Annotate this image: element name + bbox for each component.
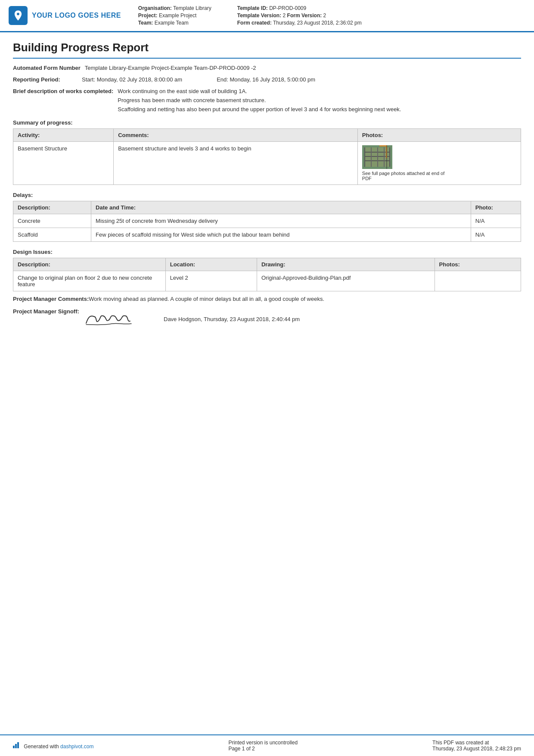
form-created-value: Thursday, 23 August 2018, 2:36:02 pm (273, 20, 362, 26)
design-issues-description-1: Change to original plan on floor 2 due t… (13, 271, 166, 291)
brief-desc-line-3: Scaffolding and netting has also been pu… (118, 106, 521, 112)
footer-generated-link[interactable]: dashpivot.com (60, 744, 93, 750)
delays-row-1: Concrete Missing 25t of concrete from We… (13, 214, 521, 228)
template-id-line: Template ID: DP-PROD-0009 (237, 5, 362, 11)
form-version-value: 2 (323, 12, 326, 19)
automated-form-number-label: Automated Form Number (13, 65, 85, 71)
pm-comments-value: Work moving ahead as planned. A couple o… (89, 296, 521, 302)
signature-svg (82, 308, 138, 330)
dashpivot-icon (13, 742, 21, 748)
signature-image (82, 308, 138, 330)
footer-bar-icon (13, 744, 22, 750)
footer: Generated with dashpivot.com Printed ver… (0, 734, 534, 756)
design-issues-table: Description: Location: Drawing: Photos: … (13, 258, 521, 291)
footer-printed: Printed version is uncontrolled Page 1 o… (228, 740, 298, 752)
form-created-line: Form created: Thursday, 23 August 2018, … (237, 20, 362, 26)
svg-rect-2 (364, 147, 365, 167)
footer-page-text: Page 1 of 2 (228, 746, 298, 752)
project-value: Example Project (159, 12, 196, 19)
org-label: Organisation: (138, 5, 172, 11)
svg-rect-13 (13, 746, 15, 748)
design-issues-section-header: Design Issues: (13, 249, 521, 255)
design-issues-drawing-1: Original-Approved-Building-Plan.pdf (257, 271, 435, 291)
pm-comments-label: Project Manager Comments: (13, 296, 89, 302)
design-issues-col-drawing: Drawing: (257, 258, 435, 271)
template-version-label: Template Version: (237, 12, 281, 19)
building-thumbnail (362, 145, 392, 169)
delays-col-datetime: Date and Time: (91, 201, 471, 214)
version-line: Template Version: 2 Form Version: 2 (237, 12, 362, 19)
pm-comments-row: Project Manager Comments: Work moving ah… (13, 296, 521, 302)
reporting-period-end: End: Monday, 16 July 2018, 5:00:00 pm (217, 76, 315, 83)
design-issues-location-1: Level 2 (165, 271, 257, 291)
reporting-period-row: Reporting Period: Start: Monday, 02 July… (13, 76, 521, 83)
summary-col-photos: Photos: (357, 129, 521, 142)
svg-rect-15 (17, 742, 19, 748)
form-created-label: Form created: (237, 20, 272, 26)
delays-photo-2: N/A (471, 228, 521, 242)
main-content: Building Progress Report Automated Form … (0, 32, 534, 537)
delays-table-header-row: Description: Date and Time: Photo: (13, 201, 521, 214)
brief-desc-line-2: Progress has been made with concrete bas… (118, 97, 521, 103)
footer-generated: Generated with dashpivot.com (13, 742, 93, 750)
reporting-period-value: Start: Monday, 02 July 2018, 8:00:00 am … (82, 76, 521, 83)
pm-signoff-name: Dave Hodgson, Thursday, 23 August 2018, … (164, 316, 300, 322)
svg-rect-9 (384, 147, 385, 167)
design-issues-col-photos: Photos: (435, 258, 521, 271)
pm-signoff-row: Project Manager Signoff: Dave Hodgson, T… (13, 308, 521, 330)
form-version-label: Form Version: (287, 12, 322, 19)
summary-activity-1: Basement Structure (13, 142, 114, 185)
pm-signoff-value: Dave Hodgson, Thursday, 23 August 2018, … (82, 308, 521, 330)
brief-desc-lines: Work continuing on the east side wall of… (118, 88, 521, 112)
template-id-label: Template ID: (237, 5, 268, 11)
delays-datetime-2: Few pieces of scaffold missing for West … (91, 228, 471, 242)
spacer (0, 537, 534, 735)
pm-section: Project Manager Comments: Work moving ah… (13, 296, 521, 330)
page-wrapper: YOUR LOGO GOES HERE Organisation: Templa… (0, 0, 534, 756)
summary-section-header: Summary of progress: (13, 119, 521, 126)
automated-form-number-row: Automated Form Number Template Library-E… (13, 65, 521, 71)
summary-table: Activity: Comments: Photos: Basement Str… (13, 128, 521, 185)
footer-created: This PDF was created at Thursday, 23 Aug… (432, 740, 521, 752)
org-value: Template Library (173, 5, 211, 11)
logo-svg (12, 9, 24, 22)
summary-col-activity: Activity: (13, 129, 114, 142)
design-issues-header-row: Description: Location: Drawing: Photos: (13, 258, 521, 271)
svg-rect-3 (389, 147, 390, 167)
footer-printed-text: Printed version is uncontrolled (228, 740, 298, 746)
team-value: Example Team (155, 20, 189, 26)
summary-comments-1: Basement structure and levels 3 and 4 wo… (114, 142, 358, 185)
summary-col-comments: Comments: (114, 129, 358, 142)
pm-signoff-label: Project Manager Signoff: (13, 308, 82, 315)
delays-row-2: Scaffold Few pieces of scaffold missing … (13, 228, 521, 242)
header: YOUR LOGO GOES HERE Organisation: Templa… (0, 0, 534, 32)
footer-created-text: This PDF was created at (432, 740, 521, 746)
org-line: Organisation: Template Library (138, 5, 211, 11)
automated-form-number-value: Template Library-Example Project-Example… (85, 65, 521, 71)
report-title: Building Progress Report (13, 41, 521, 59)
brief-desc-row: Brief description of works completed: Wo… (13, 88, 521, 112)
summary-photos-1: See full page photos attached at end of … (357, 142, 521, 185)
delays-section-header: Delays: (13, 192, 521, 198)
design-issues-photos-1 (435, 271, 521, 291)
brief-desc-line-1: Work continuing on the east side wall of… (118, 88, 521, 94)
header-meta: Organisation: Template Library Project: … (121, 5, 521, 26)
delays-col-description: Description: (13, 201, 91, 214)
svg-rect-14 (15, 744, 17, 748)
svg-rect-7 (371, 147, 372, 167)
photo-caption: See full page photos attached at end of … (362, 171, 448, 181)
design-issues-col-location: Location: (165, 258, 257, 271)
brief-desc-value: Work continuing on the east side wall of… (118, 88, 521, 112)
logo-icon (9, 6, 28, 25)
delays-col-photo: Photo: (471, 201, 521, 214)
svg-rect-11 (379, 145, 387, 147)
reporting-period-start: Start: Monday, 02 July 2018, 8:00:00 am (82, 76, 182, 83)
summary-table-header-row: Activity: Comments: Photos: (13, 129, 521, 142)
brief-desc-label: Brief description of works completed: (13, 88, 118, 94)
header-meta-right: Template ID: DP-PROD-0009 Template Versi… (237, 5, 362, 26)
footer-created-date: Thursday, 23 August 2018, 2:48:23 pm (432, 746, 521, 752)
photo-cell: See full page photos attached at end of … (362, 145, 516, 181)
header-meta-left: Organisation: Template Library Project: … (138, 5, 211, 26)
logo-area: YOUR LOGO GOES HERE (9, 5, 121, 26)
project-line: Project: Example Project (138, 12, 211, 19)
